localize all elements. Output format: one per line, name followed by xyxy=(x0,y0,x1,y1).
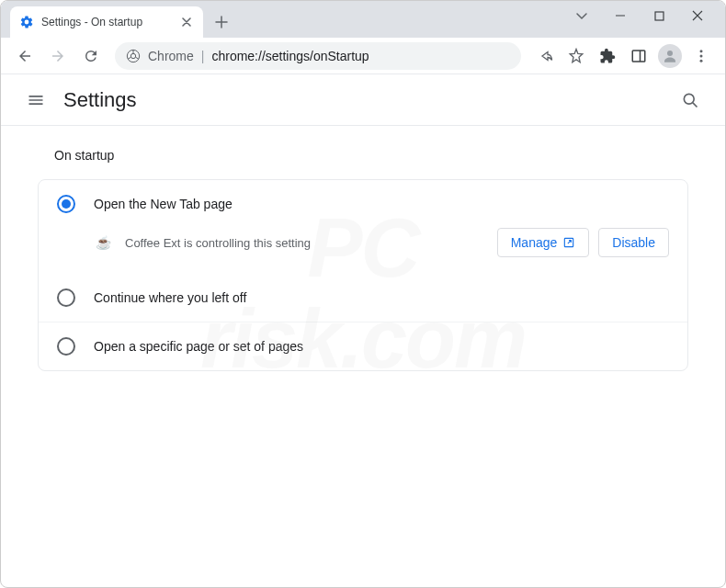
manage-label: Manage xyxy=(511,235,558,250)
option-label: Continue where you left off xyxy=(94,290,246,305)
bookmark-button[interactable] xyxy=(562,41,591,71)
svg-rect-3 xyxy=(632,51,645,62)
svg-point-7 xyxy=(700,59,703,62)
svg-point-5 xyxy=(700,50,703,52)
forward-button[interactable] xyxy=(43,41,73,71)
external-link-icon xyxy=(562,236,575,249)
option-label: Open the New Tab page xyxy=(94,197,233,211)
chevron-down-icon[interactable] xyxy=(571,5,593,27)
option-label: Open a specific page or set of pages xyxy=(94,339,303,354)
svg-point-8 xyxy=(684,94,694,104)
chrome-icon xyxy=(126,49,141,63)
share-button[interactable] xyxy=(530,41,560,71)
new-tab-button[interactable] xyxy=(209,9,234,35)
omnibox-host: Chrome xyxy=(148,49,194,63)
extension-notice: ☕ Coffee Ext is controlling this setting… xyxy=(39,228,687,274)
close-tab-button[interactable] xyxy=(179,15,194,29)
avatar-icon xyxy=(658,44,682,68)
svg-point-6 xyxy=(700,54,703,57)
extensions-button[interactable] xyxy=(593,41,622,71)
address-bar[interactable]: Chrome | chrome://settings/onStartup xyxy=(115,42,521,70)
omnibox-separator: | xyxy=(201,49,205,63)
content-area: On startup Open the New Tab page ☕ Coffe… xyxy=(1,126,725,393)
radio-specific[interactable] xyxy=(57,337,75,356)
toolbar: Chrome | chrome://settings/onStartup xyxy=(1,38,725,74)
extension-message: Coffee Ext is controlling this setting xyxy=(125,236,484,250)
coffee-icon: ☕ xyxy=(94,233,112,252)
startup-options-card: Open the New Tab page ☕ Coffee Ext is co… xyxy=(38,179,688,371)
search-button[interactable] xyxy=(674,84,707,117)
minimize-button[interactable] xyxy=(609,5,631,27)
svg-point-2 xyxy=(130,53,135,58)
manage-button[interactable]: Manage xyxy=(497,228,590,257)
hamburger-menu-button[interactable] xyxy=(19,84,52,117)
back-button[interactable] xyxy=(10,41,40,71)
disable-label: Disable xyxy=(612,235,655,250)
browser-tab[interactable]: Settings - On startup xyxy=(10,6,203,38)
menu-button[interactable] xyxy=(686,41,716,71)
gear-icon xyxy=(19,15,34,29)
profile-button[interactable] xyxy=(655,41,685,71)
radio-continue[interactable] xyxy=(57,288,75,307)
settings-header: Settings xyxy=(1,74,725,126)
disable-button[interactable]: Disable xyxy=(598,228,669,257)
close-window-button[interactable] xyxy=(686,5,709,27)
omnibox-path: chrome://settings/onStartup xyxy=(211,49,369,63)
page-title: Settings xyxy=(63,88,137,112)
maximize-button[interactable] xyxy=(648,5,670,27)
option-specific-pages[interactable]: Open a specific page or set of pages xyxy=(39,322,687,370)
option-new-tab[interactable]: Open the New Tab page xyxy=(39,180,687,228)
side-panel-button[interactable] xyxy=(624,41,653,71)
section-title: On startup xyxy=(54,148,688,163)
radio-new-tab[interactable] xyxy=(57,195,75,213)
titlebar: Settings - On startup xyxy=(1,1,725,38)
reload-button[interactable] xyxy=(76,41,106,71)
svg-rect-0 xyxy=(655,12,664,20)
window-controls xyxy=(571,5,725,38)
tab-title: Settings - On startup xyxy=(41,16,172,28)
option-continue[interactable]: Continue where you left off xyxy=(39,274,687,322)
svg-point-4 xyxy=(667,51,673,56)
